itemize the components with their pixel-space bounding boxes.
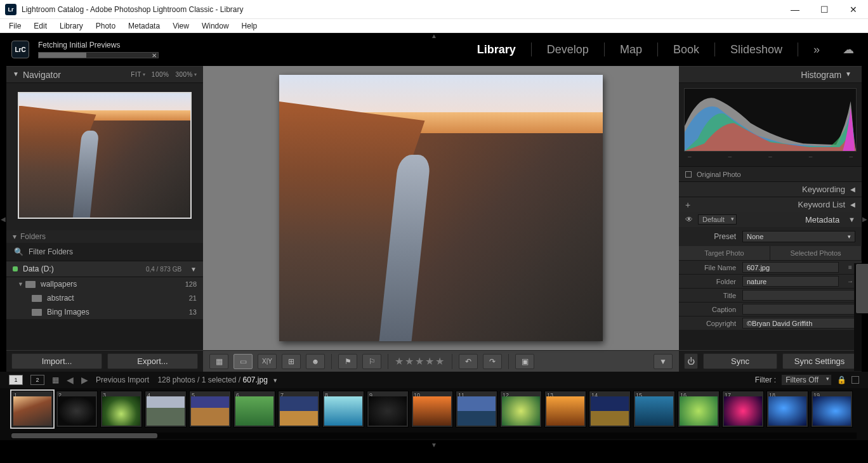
source-breadcrumb[interactable]: Previous Import 128 photos / 1 selected …: [96, 375, 278, 384]
tab-target-photo[interactable]: Target Photo: [679, 246, 770, 260]
view-grid-button[interactable]: ▦: [209, 354, 228, 369]
filter-dropdown[interactable]: Filters Off ▾: [781, 374, 832, 386]
filmstrip-thumb[interactable]: 1: [11, 391, 53, 427]
right-panel-scrollbar[interactable]: [854, 263, 862, 371]
screen-2-button[interactable]: 2: [30, 375, 44, 385]
navigator-header[interactable]: ▼ Navigator FIT▾ 100% 300%▾: [6, 67, 203, 83]
impromptu-slideshow-button[interactable]: ▣: [515, 354, 534, 369]
filmstrip-thumb[interactable]: 5: [189, 391, 231, 427]
menu-photo[interactable]: Photo: [89, 20, 122, 32]
module-more-button[interactable]: »: [812, 43, 821, 56]
folder-row[interactable]: abstract21: [6, 291, 203, 305]
view-survey-button[interactable]: ⊞: [282, 354, 301, 369]
menu-file[interactable]: File: [3, 20, 27, 32]
filmstrip-thumb[interactable]: 16: [678, 391, 720, 427]
nav-back-button[interactable]: ◀: [67, 375, 74, 385]
autosync-toggle[interactable]: ⏻: [684, 353, 698, 369]
keywording-header[interactable]: Keywording◀: [679, 181, 862, 197]
grid-icon[interactable]: ▦: [52, 375, 59, 384]
histogram-header[interactable]: Histogram ▼: [679, 67, 862, 83]
filmstrip-scrollbar[interactable]: [11, 433, 857, 439]
menu-metadata[interactable]: Metadata: [122, 20, 166, 32]
folder-row[interactable]: ▼ wallpapers128: [6, 277, 203, 291]
filmstrip-thumb[interactable]: 11: [456, 391, 497, 427]
window-minimize-button[interactable]: —: [780, 0, 810, 19]
filmstrip-thumb[interactable]: 14: [589, 391, 631, 427]
filter-lock-icon[interactable]: 🔒: [837, 375, 846, 384]
eye-icon[interactable]: 👁: [685, 215, 693, 224]
filmstrip-thumb[interactable]: 7: [278, 391, 320, 427]
export-button[interactable]: Export...: [107, 353, 198, 369]
menu-library[interactable]: Library: [53, 20, 89, 32]
flag-reject-button[interactable]: ⚐: [362, 354, 381, 369]
original-photo-row[interactable]: Original Photo: [679, 166, 862, 181]
navigator-preview[interactable]: [18, 92, 192, 219]
sync-button[interactable]: Sync: [703, 353, 777, 369]
zoom-300[interactable]: 300%: [175, 71, 193, 78]
rating-stars[interactable]: ★★★★★: [395, 355, 445, 367]
cloud-sync-icon[interactable]: ☁: [841, 42, 855, 56]
filmstrip-thumb[interactable]: 10: [411, 391, 453, 427]
filmstrip-thumb[interactable]: 18: [766, 391, 808, 427]
screen-1-button[interactable]: 1: [9, 375, 23, 385]
volume-menu-icon[interactable]: ▼: [190, 266, 197, 273]
view-compare-button[interactable]: X|Y: [258, 354, 277, 369]
menu-view[interactable]: View: [166, 20, 195, 32]
view-people-button[interactable]: ☻: [306, 354, 325, 369]
menu-help[interactable]: Help: [235, 20, 264, 32]
filmstrip-thumb[interactable]: 8: [322, 391, 364, 427]
loupe-image[interactable]: [279, 75, 603, 341]
filter-folders-row[interactable]: 🔍 Filter Folders: [6, 243, 203, 261]
module-slideshow[interactable]: Slideshow: [729, 43, 784, 56]
checkbox-icon[interactable]: [685, 171, 692, 178]
module-map[interactable]: Map: [619, 43, 643, 56]
menu-window[interactable]: Window: [195, 20, 235, 32]
filter-switch[interactable]: [852, 376, 859, 384]
filmstrip-thumb[interactable]: 6: [233, 391, 275, 427]
folder-field[interactable]: nature: [742, 276, 839, 287]
rotate-ccw-button[interactable]: ↶: [459, 354, 478, 369]
window-close-button[interactable]: ✕: [839, 0, 868, 19]
folders-header[interactable]: ▾ Folders: [6, 230, 203, 243]
menu-edit[interactable]: Edit: [27, 20, 53, 32]
folder-row[interactable]: Bing Images13: [6, 305, 203, 319]
zoom-fit[interactable]: FIT: [131, 71, 141, 78]
module-develop[interactable]: Develop: [546, 43, 590, 56]
window-maximize-button[interactable]: ☐: [810, 0, 839, 19]
module-book[interactable]: Book: [672, 43, 700, 56]
activity-cancel-button[interactable]: ✕: [152, 52, 157, 59]
collapse-top-icon[interactable]: ▲: [431, 32, 437, 39]
flag-pick-button[interactable]: ⚑: [338, 354, 357, 369]
metadata-preset-dropdown[interactable]: None▾: [742, 231, 855, 242]
filmstrip-thumb[interactable]: 13: [544, 391, 586, 427]
sync-settings-button[interactable]: Sync Settings: [782, 353, 857, 369]
module-library[interactable]: Library: [476, 43, 517, 56]
title-field[interactable]: [742, 290, 855, 301]
filmstrip-thumb[interactable]: 15: [633, 391, 675, 427]
filmstrip-thumb[interactable]: 12: [500, 391, 542, 427]
add-keyword-button[interactable]: +: [685, 200, 690, 210]
rotate-cw-button[interactable]: ↷: [483, 354, 502, 369]
right-panel-grip[interactable]: ▶: [862, 66, 868, 372]
zoom-100[interactable]: 100%: [152, 71, 169, 78]
metadata-set-dropdown[interactable]: Default ▾: [698, 214, 737, 225]
tab-selected-photos[interactable]: Selected Photos: [770, 246, 862, 260]
metadata-header[interactable]: 👁 Default ▾ Metadata ▼: [679, 212, 862, 227]
caption-field[interactable]: [742, 304, 855, 315]
filmstrip-thumb[interactable]: 9: [367, 391, 409, 427]
copyright-field[interactable]: ©Bryan David Griffith: [742, 318, 855, 329]
import-button[interactable]: Import...: [11, 353, 102, 369]
filename-field[interactable]: 607.jpg: [742, 262, 839, 273]
collapse-filmstrip-icon[interactable]: ▼: [0, 440, 868, 449]
filmstrip-thumb[interactable]: 3: [100, 391, 142, 427]
toolbar-menu-icon[interactable]: ▼: [654, 354, 673, 369]
left-panel-grip[interactable]: ◀: [0, 66, 6, 372]
nav-forward-button[interactable]: ▶: [81, 375, 88, 385]
volume-row[interactable]: Data (D:) 0,4 / 873 GB ▼: [6, 261, 203, 277]
view-loupe-button[interactable]: ▭: [233, 354, 253, 369]
filmstrip-thumb[interactable]: 17: [722, 391, 764, 427]
keyword-list-header[interactable]: + Keyword List◀: [679, 197, 862, 212]
filmstrip-thumb[interactable]: 4: [145, 391, 187, 427]
filmstrip-thumb[interactable]: 2: [56, 391, 98, 427]
filmstrip-thumb[interactable]: 19: [811, 391, 853, 427]
